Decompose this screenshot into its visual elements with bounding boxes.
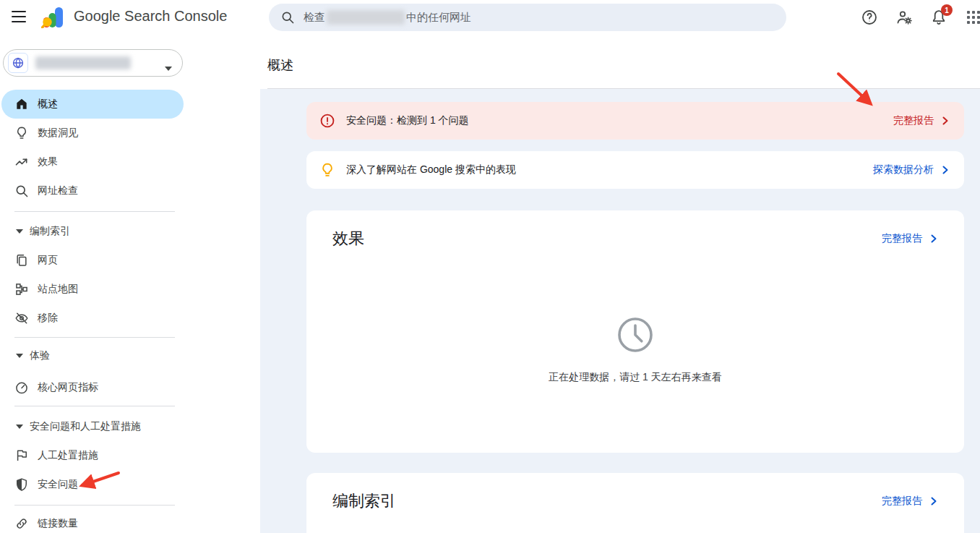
performance-card-title: 效果 [332, 228, 364, 250]
main-content: 概述 安全问题：检测到 1 个问题 完整报告 深入了解网站在 Google 搜索… [260, 35, 980, 533]
sidebar-item-links[interactable]: 链接数量 [0, 509, 185, 533]
indexing-card: 编制索引 完整报告 [306, 473, 964, 533]
sidebar-item-insights[interactable]: 数据洞见 [0, 119, 185, 148]
url-inspection-search-input[interactable]: 检查 中的任何网址 [269, 4, 786, 31]
chevron-right-icon [941, 166, 950, 174]
sidebar-item-performance[interactable]: 效果 [0, 148, 185, 176]
chevron-down-icon [16, 352, 23, 359]
indexing-full-report-link[interactable]: 完整报告 [882, 495, 938, 508]
chevron-right-icon [941, 116, 950, 125]
page-title: 概述 [260, 35, 980, 74]
error-exclamation-icon [319, 113, 335, 129]
explore-insights-link[interactable]: 探索数据分析 [873, 163, 950, 176]
divider [14, 406, 175, 406]
sidebar-item-removals[interactable]: 移除 [0, 304, 185, 333]
search-icon [14, 184, 29, 198]
notifications-bell-icon[interactable]: 1 [930, 9, 947, 26]
chevron-down-icon [16, 423, 23, 430]
link-icon [14, 516, 29, 531]
home-icon [14, 97, 29, 111]
sidebar-section-indexing[interactable]: 编制索引 [0, 217, 185, 246]
sidebar-nav: 概述 数据洞见 效果 网址检查 编制索引 网页 站点地图 [0, 77, 185, 533]
insights-banner: 深入了解网站在 Google 搜索中的表现 探索数据分析 [306, 151, 964, 189]
sidebar-item-overview[interactable]: 概述 [1, 90, 184, 119]
top-app-bar: Google Search Console 检查 中的任何网址 [0, 0, 980, 35]
flag-icon [14, 448, 29, 463]
clock-icon [616, 316, 654, 354]
chevron-right-icon [929, 234, 938, 243]
divider [14, 337, 175, 338]
pages-icon [14, 253, 29, 268]
gauge-icon [14, 380, 29, 395]
page-header: 概述 [260, 35, 980, 88]
menu-icon[interactable] [12, 11, 26, 22]
help-icon[interactable] [861, 9, 878, 26]
property-selector-dropdown[interactable] [3, 49, 183, 77]
apps-grid-icon[interactable] [965, 9, 980, 26]
sidebar-item-pages[interactable]: 网页 [0, 246, 185, 275]
lightbulb-icon [14, 126, 29, 140]
sidebar-item-sitemaps[interactable]: 站点地图 [0, 275, 185, 304]
sitemap-icon [14, 282, 29, 297]
performance-card: 效果 完整报告 正在处理数据，请过 1 天左右再来查看 [306, 210, 964, 453]
security-full-report-link[interactable]: 完整报告 [893, 114, 950, 127]
security-issues-alert-banner: 安全问题：检测到 1 个问题 完整报告 [306, 102, 964, 140]
sidebar-item-manual-actions[interactable]: 人工处置措施 [0, 441, 185, 470]
redacted-property-name [327, 10, 405, 25]
sidebar-item-url-inspection[interactable]: 网址检查 [0, 176, 185, 205]
notification-count-badge: 1 [941, 4, 953, 16]
shield-icon [14, 477, 29, 492]
trending-up-icon [14, 155, 29, 169]
search-console-logo-icon [41, 7, 67, 28]
globe-icon [8, 53, 28, 73]
redacted-property-name [35, 56, 131, 69]
app-title: Google Search Console [74, 8, 227, 25]
insights-banner-text: 深入了解网站在 Google 搜索中的表现 [346, 163, 516, 176]
performance-full-report-link[interactable]: 完整报告 [882, 232, 938, 245]
sidebar: 概述 数据洞见 效果 网址检查 编制索引 网页 站点地图 [0, 35, 260, 533]
chevron-right-icon [929, 497, 938, 506]
divider [14, 211, 175, 212]
processing-placeholder: 正在处理数据，请过 1 天左右再来查看 [306, 316, 964, 384]
divider [14, 505, 175, 506]
topbar-actions: 1 [861, 9, 980, 26]
indexing-card-title: 编制索引 [332, 490, 396, 512]
overview-content: 安全问题：检测到 1 个问题 完整报告 深入了解网站在 Google 搜索中的表… [260, 89, 980, 533]
lightbulb-icon [319, 162, 335, 178]
sidebar-section-security-manual-actions[interactable]: 安全问题和人工处置措施 [0, 412, 185, 441]
eye-off-icon [14, 311, 29, 325]
sidebar-section-experience[interactable]: 体验 [0, 341, 185, 370]
security-alert-text: 安全问题：检测到 1 个问题 [346, 114, 469, 127]
sidebar-item-security-issues[interactable]: 安全问题 [0, 470, 185, 499]
search-placeholder: 检查 中的任何网址 [304, 10, 471, 25]
chevron-down-icon [16, 228, 23, 235]
search-icon [280, 10, 295, 25]
manage-users-icon[interactable] [895, 9, 913, 26]
chevron-down-icon [165, 61, 172, 65]
processing-text: 正在处理数据，请过 1 天左右再来查看 [306, 371, 964, 384]
sidebar-item-core-web-vitals[interactable]: 核心网页指标 [0, 373, 185, 402]
